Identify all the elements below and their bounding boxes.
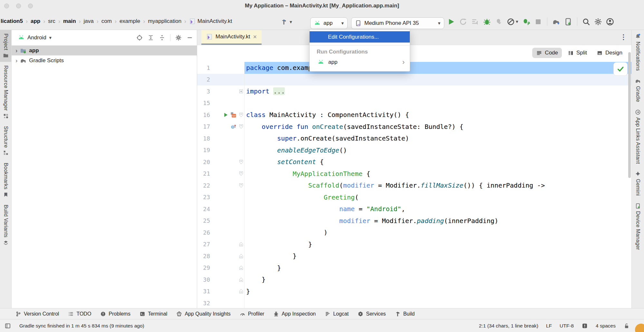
- breadcrumb-item-lication5[interactable]: lication5: [1, 18, 23, 24]
- breadcrumb-item-app[interactable]: app: [31, 18, 40, 24]
- fold-open-icon[interactable]: [239, 160, 244, 164]
- line-ending[interactable]: LF: [546, 323, 552, 329]
- close-icon[interactable]: [253, 33, 257, 41]
- tool-window-button-app-inspection[interactable]: App Inspection: [273, 311, 316, 317]
- sidebar-item-notifications[interactable]: Notifications: [632, 30, 644, 74]
- line-number[interactable]: 19: [197, 147, 210, 153]
- hide-panel-icon[interactable]: [187, 34, 193, 41]
- fold-close-icon[interactable]: [239, 254, 244, 259]
- line-number[interactable]: 26: [197, 229, 210, 236]
- code-line[interactable]: 19 enableEdgeToEdge(): [197, 144, 631, 156]
- breadcrumb-item-main[interactable]: main: [63, 18, 76, 24]
- code-line[interactable]: 21 MyApplicationTheme {: [197, 168, 631, 180]
- code-line[interactable]: 20 setContent {: [197, 156, 631, 168]
- line-number[interactable]: 17: [197, 123, 210, 130]
- sidebar-item-build-variants[interactable]: Build Variants: [0, 201, 11, 249]
- chevron-right-icon[interactable]: [15, 57, 17, 64]
- breadcrumb-item-myapplication[interactable]: myapplication: [148, 18, 181, 24]
- sync-project-with-gradle-button[interactable]: [552, 17, 560, 26]
- tool-window-button-terminal[interactable]: Terminal: [139, 311, 167, 317]
- compose-preview-icon[interactable]: <>: [230, 112, 236, 118]
- tool-window-button-profiler[interactable]: Profiler: [240, 311, 264, 317]
- code-line[interactable]: 31}: [197, 286, 631, 298]
- line-number[interactable]: 21: [197, 170, 210, 177]
- line-number[interactable]: 25: [197, 217, 210, 224]
- settings-button[interactable]: [594, 17, 602, 26]
- breadcrumb-item-com[interactable]: com: [101, 18, 112, 24]
- code-line[interactable]: 1package com.example.myapplication: [197, 62, 631, 74]
- line-number[interactable]: 2: [197, 76, 210, 83]
- profile-account-button[interactable]: [606, 17, 614, 26]
- line-number[interactable]: 27: [197, 241, 210, 248]
- more-options-icon[interactable]: [620, 33, 627, 41]
- fold-open-icon[interactable]: [239, 171, 244, 176]
- run-gutter-icon[interactable]: [223, 112, 229, 118]
- fold-close-icon[interactable]: [239, 265, 244, 270]
- code-line[interactable]: 25 modifier = Modifier.padding(innerPadd…: [197, 215, 631, 227]
- search-everywhere-button[interactable]: [582, 17, 590, 26]
- run-configuration-select[interactable]: app: [310, 17, 348, 29]
- code-line[interactable]: 3import ...: [197, 85, 631, 97]
- fold-plus-icon[interactable]: [239, 89, 244, 94]
- tree-item-app[interactable]: app: [12, 45, 197, 55]
- inspections-widget[interactable]: [614, 63, 627, 75]
- breadcrumb-item-java[interactable]: java: [84, 18, 94, 24]
- overrides-method-icon[interactable]: O: [230, 123, 236, 130]
- panel-options-icon[interactable]: [175, 34, 182, 41]
- editor-body[interactable]: CodeSplitDesign 1package com.example.mya…: [197, 45, 631, 308]
- sidebar-item-resource-manager[interactable]: Resource Manager: [0, 62, 11, 122]
- view-mode-code[interactable]: Code: [532, 48, 562, 58]
- device-manager-button[interactable]: [564, 17, 572, 26]
- code-line[interactable]: 15: [197, 97, 631, 109]
- sidebar-item-bookmarks[interactable]: Bookmarks: [0, 159, 11, 201]
- line-number[interactable]: 22: [197, 182, 210, 189]
- line-number[interactable]: 23: [197, 194, 210, 200]
- zoom-button[interactable]: [28, 4, 33, 8]
- code-line[interactable]: 32: [197, 297, 631, 308]
- line-number[interactable]: 32: [197, 300, 210, 307]
- view-mode-split[interactable]: Split: [564, 48, 591, 58]
- fold-close-icon[interactable]: [239, 277, 244, 282]
- fold-open-icon[interactable]: [239, 124, 244, 129]
- menu-item-app[interactable]: app: [310, 56, 410, 68]
- locate-file-icon[interactable]: [136, 34, 143, 41]
- tool-window-button-problems[interactable]: Problems: [100, 311, 130, 317]
- notification-badge-icon[interactable]: [582, 323, 588, 329]
- device-select[interactable]: Medium Phone API 35: [351, 17, 444, 29]
- code-line[interactable]: 24 name = "Android",: [197, 203, 631, 215]
- fold-open-icon[interactable]: [239, 112, 244, 117]
- breadcrumb-item-mainactivity.kt[interactable]: MainActivity.kt: [189, 18, 232, 24]
- code-line[interactable]: 26 ): [197, 227, 631, 239]
- line-number[interactable]: 29: [197, 264, 210, 271]
- indent-setting[interactable]: 4 spaces: [596, 323, 616, 329]
- code-line[interactable]: 28 }: [197, 250, 631, 262]
- code-line[interactable]: 29 }: [197, 262, 631, 274]
- line-number[interactable]: 15: [197, 100, 210, 106]
- code-line[interactable]: 16<>class MainActivity : ComponentActivi…: [197, 109, 631, 121]
- line-number[interactable]: 18: [197, 135, 210, 142]
- code-line[interactable]: 18 super.onCreate(savedInstanceState): [197, 132, 631, 144]
- sidebar-item-app-links-assistant[interactable]: App Links Assistant: [632, 106, 644, 167]
- sidebar-item-device-manager[interactable]: Device Manager: [632, 200, 644, 254]
- tool-window-button-logcat[interactable]: Logcat: [325, 311, 349, 317]
- menu-item-edit-configurations[interactable]: Edit Configurations...: [310, 31, 410, 43]
- line-number[interactable]: 16: [197, 112, 210, 118]
- sidebar-item-gemini[interactable]: Gemini: [632, 167, 644, 199]
- line-number[interactable]: 20: [197, 159, 210, 165]
- sidebar-item-structure[interactable]: Structure: [0, 122, 11, 160]
- tool-window-button-todo[interactable]: TODO: [68, 311, 91, 317]
- file-encoding[interactable]: UTF-8: [560, 323, 574, 329]
- expand-all-icon[interactable]: [148, 34, 154, 41]
- tab-mainactivity[interactable]: MainActivity.kt: [201, 30, 262, 45]
- caret-position[interactable]: 2:1 (34 chars, 1 line break): [479, 323, 538, 329]
- sidebar-item-gradle[interactable]: Gradle: [632, 74, 644, 106]
- code-line[interactable]: 30 }: [197, 274, 631, 286]
- breadcrumb-item-example[interactable]: example: [120, 18, 140, 24]
- code-line[interactable]: 2: [197, 74, 631, 86]
- code-line[interactable]: 23 Greeting(: [197, 191, 631, 203]
- sidebar-item-project[interactable]: Project: [0, 30, 11, 62]
- unlock-icon[interactable]: [623, 323, 630, 329]
- code-line[interactable]: 27 }: [197, 239, 631, 250]
- code-line[interactable]: 17O override fun onCreate(savedInstanceS…: [197, 121, 631, 133]
- fold-close-icon[interactable]: [239, 242, 244, 247]
